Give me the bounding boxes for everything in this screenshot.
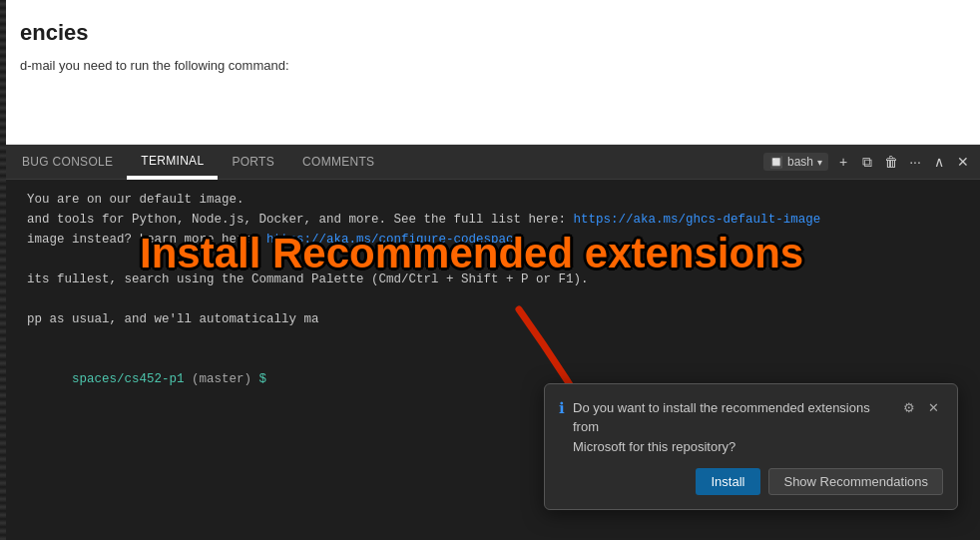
info-icon: ℹ <box>559 399 565 417</box>
terminal-line: You are on our default image. <box>12 190 968 210</box>
notification-popup: ℹ Do you want to install the recommended… <box>544 383 958 511</box>
maximize-panel-icon[interactable]: ∧ <box>930 153 948 171</box>
install-button[interactable]: Install <box>696 468 761 495</box>
popup-message: Do you want to install the recommended e… <box>573 398 891 457</box>
tab-debug-console[interactable]: BUG CONSOLE <box>8 145 127 180</box>
torn-edge <box>0 0 6 540</box>
popup-close-icon[interactable]: ✕ <box>923 398 943 418</box>
tab-ports[interactable]: PORTS <box>218 145 288 180</box>
popup-header: ℹ Do you want to install the recommended… <box>559 398 943 457</box>
tab-terminal[interactable]: TERMINAL <box>127 145 218 180</box>
terminal-actions: 🔲 bash ▾ + ⧉ 🗑 ··· ∧ ✕ <box>763 153 972 171</box>
terminal-line <box>12 250 968 270</box>
editor-area: encies d-mail you need to run the follow… <box>0 0 980 145</box>
terminal-line <box>12 329 968 349</box>
terminal-tabbar: BUG CONSOLE TERMINAL PORTS COMMENTS 🔲 ba… <box>0 145 980 180</box>
terminal-line: pp as usual, and we'll automatically ma <box>12 309 968 329</box>
popup-gear-icon[interactable]: ⚙ <box>899 398 919 418</box>
show-recommendations-button[interactable]: Show Recommendations <box>768 468 943 495</box>
close-panel-icon[interactable]: ✕ <box>954 153 972 171</box>
popup-buttons: Install Show Recommendations <box>559 468 943 495</box>
kill-terminal-icon[interactable]: 🗑 <box>882 153 900 171</box>
editor-heading: encies <box>20 20 960 46</box>
terminal-line: image instead? Learn more here: https://… <box>12 230 968 250</box>
bash-icon: 🔲 <box>769 156 783 169</box>
add-terminal-icon[interactable]: + <box>834 153 852 171</box>
tab-comments[interactable]: COMMENTS <box>288 145 388 180</box>
bash-label[interactable]: 🔲 bash ▾ <box>763 153 828 171</box>
terminal-line: its fullest, search using the Command Pa… <box>12 270 968 289</box>
popup-top-actions: ⚙ ✕ <box>899 398 943 418</box>
split-terminal-icon[interactable]: ⧉ <box>858 153 876 171</box>
terminal-line <box>12 289 968 309</box>
terminal-line: and tools for Python, Node.js, Docker, a… <box>12 210 968 230</box>
popup-message-text: Do you want to install the recommended e… <box>573 400 870 454</box>
chevron-down-icon: ▾ <box>817 157 822 168</box>
editor-body: d-mail you need to run the following com… <box>20 58 960 73</box>
more-actions-icon[interactable]: ··· <box>906 153 924 171</box>
bash-text: bash <box>787 155 813 169</box>
terminal-prompt: spaces/cs452-p1 (master) $ <box>57 372 266 386</box>
